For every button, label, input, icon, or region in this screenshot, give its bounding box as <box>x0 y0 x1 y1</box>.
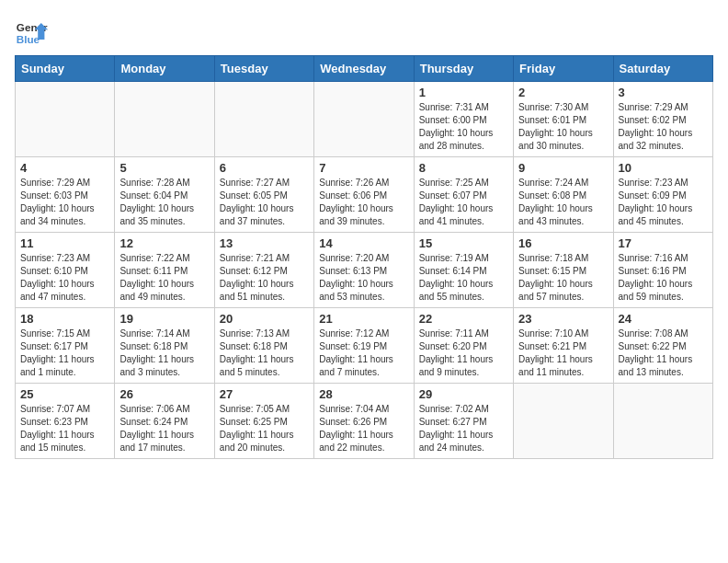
day-number: 16 <box>518 236 608 250</box>
day-number: 15 <box>419 236 508 250</box>
calendar-cell: 8Sunrise: 7:25 AM Sunset: 6:07 PM Daylig… <box>414 157 513 233</box>
calendar-cell: 17Sunrise: 7:16 AM Sunset: 6:16 PM Dayli… <box>613 233 712 308</box>
calendar-cell: 6Sunrise: 7:27 AM Sunset: 6:05 PM Daylig… <box>214 157 313 233</box>
day-number: 3 <box>619 86 708 99</box>
calendar-week-row: 18Sunrise: 7:15 AM Sunset: 6:17 PM Dayli… <box>16 308 713 384</box>
day-number: 14 <box>319 236 408 250</box>
day-info: Sunrise: 7:24 AM Sunset: 6:08 PM Dayligh… <box>518 177 608 228</box>
calendar-cell: 28Sunrise: 7:04 AM Sunset: 6:26 PM Dayli… <box>314 384 414 459</box>
calendar-cell <box>314 82 414 157</box>
day-info: Sunrise: 7:23 AM Sunset: 6:10 PM Dayligh… <box>20 252 109 304</box>
day-info: Sunrise: 7:31 AM Sunset: 6:00 PM Dayligh… <box>419 101 508 153</box>
calendar-cell: 2Sunrise: 7:30 AM Sunset: 6:01 PM Daylig… <box>514 82 613 157</box>
calendar-cell <box>613 384 712 459</box>
calendar-cell: 13Sunrise: 7:21 AM Sunset: 6:12 PM Dayli… <box>214 233 313 308</box>
calendar-cell: 14Sunrise: 7:20 AM Sunset: 6:13 PM Dayli… <box>314 233 414 308</box>
calendar-week-row: 25Sunrise: 7:07 AM Sunset: 6:23 PM Dayli… <box>16 384 713 459</box>
calendar-cell: 7Sunrise: 7:26 AM Sunset: 6:06 PM Daylig… <box>314 157 414 233</box>
calendar-cell <box>214 82 313 157</box>
logo-icon: General Blue <box>15 15 48 48</box>
calendar-cell <box>115 82 214 157</box>
day-number: 9 <box>518 161 608 175</box>
calendar-cell: 9Sunrise: 7:24 AM Sunset: 6:08 PM Daylig… <box>514 157 613 233</box>
day-number: 27 <box>220 387 309 401</box>
logo: General Blue <box>15 15 48 48</box>
day-number: 13 <box>220 236 309 250</box>
day-number: 4 <box>20 161 109 175</box>
day-number: 19 <box>119 312 209 326</box>
calendar-week-row: 1Sunrise: 7:31 AM Sunset: 6:00 PM Daylig… <box>16 82 713 157</box>
day-info: Sunrise: 7:10 AM Sunset: 6:21 PM Dayligh… <box>518 327 608 379</box>
day-info: Sunrise: 7:25 AM Sunset: 6:07 PM Dayligh… <box>419 177 508 228</box>
day-info: Sunrise: 7:16 AM Sunset: 6:16 PM Dayligh… <box>619 252 708 304</box>
day-number: 17 <box>619 236 708 250</box>
day-info: Sunrise: 7:23 AM Sunset: 6:09 PM Dayligh… <box>619 177 708 228</box>
calendar-cell: 15Sunrise: 7:19 AM Sunset: 6:14 PM Dayli… <box>414 233 513 308</box>
day-info: Sunrise: 7:04 AM Sunset: 6:26 PM Dayligh… <box>319 403 408 454</box>
calendar-cell <box>16 82 115 157</box>
calendar-cell: 10Sunrise: 7:23 AM Sunset: 6:09 PM Dayli… <box>613 157 712 233</box>
calendar-cell <box>514 384 613 459</box>
weekday-header: Wednesday <box>314 56 414 82</box>
day-number: 28 <box>319 387 408 401</box>
day-number: 2 <box>518 86 608 99</box>
day-info: Sunrise: 7:27 AM Sunset: 6:05 PM Dayligh… <box>220 177 309 228</box>
day-info: Sunrise: 7:06 AM Sunset: 6:24 PM Dayligh… <box>119 403 209 454</box>
day-info: Sunrise: 7:29 AM Sunset: 6:03 PM Dayligh… <box>20 177 109 228</box>
calendar-cell: 27Sunrise: 7:05 AM Sunset: 6:25 PM Dayli… <box>214 384 313 459</box>
day-info: Sunrise: 7:30 AM Sunset: 6:01 PM Dayligh… <box>518 101 608 153</box>
day-info: Sunrise: 7:22 AM Sunset: 6:11 PM Dayligh… <box>119 252 209 304</box>
day-info: Sunrise: 7:20 AM Sunset: 6:13 PM Dayligh… <box>319 252 408 304</box>
calendar-cell: 1Sunrise: 7:31 AM Sunset: 6:00 PM Daylig… <box>414 82 513 157</box>
calendar-cell: 21Sunrise: 7:12 AM Sunset: 6:19 PM Dayli… <box>314 308 414 384</box>
page-header: General Blue <box>15 15 713 48</box>
day-number: 5 <box>119 161 209 175</box>
day-number: 25 <box>20 387 109 401</box>
day-number: 20 <box>220 312 309 326</box>
day-info: Sunrise: 7:19 AM Sunset: 6:14 PM Dayligh… <box>419 252 508 304</box>
calendar-cell: 5Sunrise: 7:28 AM Sunset: 6:04 PM Daylig… <box>115 157 214 233</box>
calendar-cell: 19Sunrise: 7:14 AM Sunset: 6:18 PM Dayli… <box>115 308 214 384</box>
day-number: 24 <box>619 312 708 326</box>
svg-text:Blue: Blue <box>17 33 40 45</box>
calendar-cell: 25Sunrise: 7:07 AM Sunset: 6:23 PM Dayli… <box>16 384 115 459</box>
calendar-week-row: 11Sunrise: 7:23 AM Sunset: 6:10 PM Dayli… <box>16 233 713 308</box>
day-info: Sunrise: 7:07 AM Sunset: 6:23 PM Dayligh… <box>20 403 109 454</box>
calendar-cell: 22Sunrise: 7:11 AM Sunset: 6:20 PM Dayli… <box>414 308 513 384</box>
calendar-cell: 18Sunrise: 7:15 AM Sunset: 6:17 PM Dayli… <box>16 308 115 384</box>
day-info: Sunrise: 7:13 AM Sunset: 6:18 PM Dayligh… <box>220 327 309 379</box>
weekday-header: Sunday <box>16 56 115 82</box>
day-number: 12 <box>119 236 209 250</box>
calendar-cell: 29Sunrise: 7:02 AM Sunset: 6:27 PM Dayli… <box>414 384 513 459</box>
calendar-header-row: SundayMondayTuesdayWednesdayThursdayFrid… <box>16 56 713 82</box>
calendar-cell: 11Sunrise: 7:23 AM Sunset: 6:10 PM Dayli… <box>16 233 115 308</box>
calendar-cell: 20Sunrise: 7:13 AM Sunset: 6:18 PM Dayli… <box>214 308 313 384</box>
day-info: Sunrise: 7:28 AM Sunset: 6:04 PM Dayligh… <box>119 177 209 228</box>
day-number: 18 <box>20 312 109 326</box>
day-info: Sunrise: 7:18 AM Sunset: 6:15 PM Dayligh… <box>518 252 608 304</box>
day-info: Sunrise: 7:05 AM Sunset: 6:25 PM Dayligh… <box>220 403 309 454</box>
calendar-cell: 12Sunrise: 7:22 AM Sunset: 6:11 PM Dayli… <box>115 233 214 308</box>
calendar-cell: 3Sunrise: 7:29 AM Sunset: 6:02 PM Daylig… <box>613 82 712 157</box>
calendar-table: SundayMondayTuesdayWednesdayThursdayFrid… <box>15 55 713 459</box>
day-number: 8 <box>419 161 508 175</box>
day-number: 23 <box>518 312 608 326</box>
calendar-cell: 26Sunrise: 7:06 AM Sunset: 6:24 PM Dayli… <box>115 384 214 459</box>
day-info: Sunrise: 7:26 AM Sunset: 6:06 PM Dayligh… <box>319 177 408 228</box>
calendar-cell: 24Sunrise: 7:08 AM Sunset: 6:22 PM Dayli… <box>613 308 712 384</box>
weekday-header: Saturday <box>613 56 712 82</box>
calendar-cell: 16Sunrise: 7:18 AM Sunset: 6:15 PM Dayli… <box>514 233 613 308</box>
day-number: 11 <box>20 236 109 250</box>
day-number: 29 <box>419 387 508 401</box>
day-info: Sunrise: 7:02 AM Sunset: 6:27 PM Dayligh… <box>419 403 508 454</box>
day-info: Sunrise: 7:11 AM Sunset: 6:20 PM Dayligh… <box>419 327 508 379</box>
day-number: 10 <box>619 161 708 175</box>
day-number: 22 <box>419 312 508 326</box>
calendar-cell: 4Sunrise: 7:29 AM Sunset: 6:03 PM Daylig… <box>16 157 115 233</box>
day-number: 7 <box>319 161 408 175</box>
day-number: 6 <box>220 161 309 175</box>
day-info: Sunrise: 7:29 AM Sunset: 6:02 PM Dayligh… <box>619 101 708 153</box>
weekday-header: Friday <box>514 56 613 82</box>
day-info: Sunrise: 7:12 AM Sunset: 6:19 PM Dayligh… <box>319 327 408 379</box>
day-number: 1 <box>419 86 508 99</box>
